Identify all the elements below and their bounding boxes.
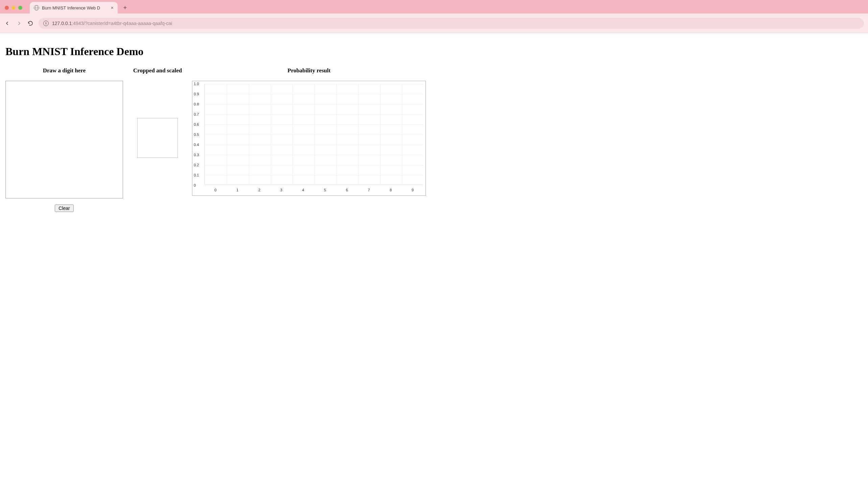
draw-header: Draw a digit here (43, 67, 86, 74)
globe-icon (34, 5, 39, 10)
chart-ytick: 0.7 (194, 112, 199, 116)
chart-ytick: 0.6 (194, 122, 199, 126)
browser-chrome: Burn MNIST Inference Web D × + i 127.0.0… (0, 0, 868, 33)
url-path: /?canisterId=a4tbr-q4aaa-aaaaa-qaafq-cai (83, 21, 172, 26)
chart-xtick: 5 (324, 188, 326, 192)
chart-xtick: 4 (302, 188, 304, 192)
tab-strip: Burn MNIST Inference Web D × + (0, 0, 868, 14)
chart-xtick: 0 (215, 188, 217, 192)
clear-button[interactable]: Clear (55, 205, 73, 212)
chart-xtick: 6 (346, 188, 348, 192)
chart-ytick: 0.2 (194, 163, 199, 167)
chart-ytick: 0.4 (194, 143, 199, 147)
chart-plot-area (204, 84, 423, 185)
chart-xtick: 1 (236, 188, 238, 192)
reload-icon (27, 20, 33, 26)
reload-button[interactable] (27, 20, 34, 27)
url-port: :4943 (72, 21, 83, 26)
probability-chart: 1.00.90.80.70.60.50.40.30.20.10012345678… (192, 81, 426, 196)
chart-ytick: 0.5 (194, 133, 199, 137)
page-content: Burn MNIST Inference Demo Draw a digit h… (0, 33, 868, 217)
arrow-right-icon (16, 20, 22, 26)
result-column: Probability result 1.00.90.80.70.60.50.4… (192, 67, 426, 196)
address-bar[interactable]: i 127.0.0.1:4943/?canisterId=a4tbr-q4aaa… (39, 18, 864, 29)
chart-ytick: 1.0 (194, 82, 199, 86)
chart-xtick: 8 (390, 188, 392, 192)
window-controls (5, 6, 22, 10)
scaled-header: Cropped and scaled (133, 67, 182, 74)
chart-xtick: 2 (258, 188, 260, 192)
chart-ytick: 0.3 (194, 153, 199, 157)
new-tab-button[interactable]: + (120, 3, 130, 13)
back-button[interactable] (4, 20, 11, 27)
chart-xtick: 3 (280, 188, 282, 192)
page-title: Burn MNIST Inference Demo (5, 45, 863, 58)
chart-ytick: 0 (194, 183, 196, 187)
scaled-column: Cropped and scaled (133, 67, 182, 158)
chart-ytick: 0.9 (194, 92, 199, 96)
result-header: Probability result (288, 67, 331, 74)
chart-xtick: 7 (368, 188, 370, 192)
arrow-left-icon (4, 20, 10, 26)
chart-ytick: 0.8 (194, 102, 199, 106)
browser-toolbar: i 127.0.0.1:4943/?canisterId=a4tbr-q4aaa… (0, 14, 868, 33)
main-columns: Draw a digit here Clear Cropped and scal… (5, 67, 863, 212)
url-host: 127.0.0.1 (52, 21, 72, 26)
browser-tab[interactable]: Burn MNIST Inference Web D × (30, 2, 118, 14)
chart-ytick: 0.1 (194, 173, 199, 177)
maximize-window-button[interactable] (18, 6, 22, 10)
site-info-icon[interactable]: i (43, 21, 49, 26)
draw-canvas[interactable] (5, 81, 123, 198)
tab-title: Burn MNIST Inference Web D (42, 5, 100, 10)
chart-xtick: 9 (412, 188, 414, 192)
url-display: 127.0.0.1:4943/?canisterId=a4tbr-q4aaa-a… (52, 21, 172, 26)
forward-button[interactable] (16, 20, 22, 27)
scaled-canvas (137, 118, 178, 158)
draw-column: Draw a digit here Clear (5, 67, 123, 212)
close-window-button[interactable] (5, 6, 9, 10)
close-tab-icon[interactable]: × (111, 5, 114, 10)
minimize-window-button[interactable] (11, 6, 16, 10)
